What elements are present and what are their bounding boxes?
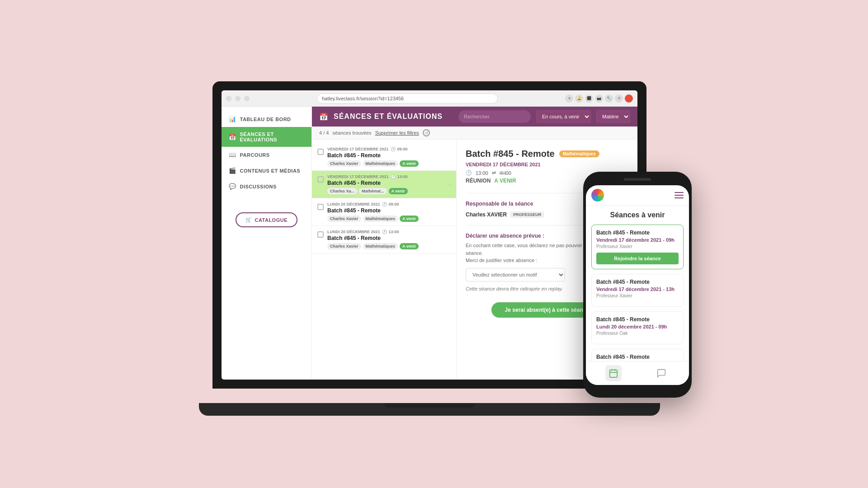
session-checkbox-3[interactable] [317, 204, 324, 210]
remove-filters-link[interactable]: Supprimer les filtres [375, 130, 419, 136]
sidebar-label-parcours: PARCOURS [240, 152, 270, 158]
status-tag-4: A venir [400, 243, 419, 249]
session-time-1: 09:00 [397, 147, 408, 151]
browser-icon-6: ⚙ [615, 94, 623, 103]
phone-nav-calendar[interactable] [605, 365, 622, 381]
media-icon: 🎬 [229, 167, 236, 174]
phone-header [586, 185, 689, 206]
session-tags-2: Charles Xa... Mathémat... A venir [327, 188, 445, 194]
phone-card-4[interactable]: Batch #845 - Remote Lundi 20 décembre 20… [591, 349, 684, 361]
session-date-4: LUNDI 20 DÉCEMBRE 2021 🕐 13:00 [327, 230, 451, 234]
search-input[interactable] [458, 110, 531, 123]
app-header: 📅 SÉANCES ET ÉVALUATIONS En cours, à ven… [312, 107, 637, 127]
session-item-4[interactable]: LUNDI 20 DÉCEMBRE 2021 🕐 13:00 Batch #84… [312, 226, 456, 253]
teacher-name: Charles XAVIER [466, 211, 507, 218]
sidebar-item-tableau-de-bord[interactable]: 📊 TABLEAU DE BORD [222, 111, 311, 127]
session-checkbox-4[interactable] [317, 231, 324, 238]
phone-card-title-4: Batch #845 - Remote [596, 354, 679, 360]
phone: Séances à venir Batch #845 - Remote Vend… [583, 172, 692, 398]
join-session-button-1[interactable]: Rejoindre la séance [596, 253, 679, 264]
back-button[interactable] [226, 96, 231, 101]
phone-card-title-3: Batch #845 - Remote [596, 316, 679, 323]
session-content-2: VENDREDI 17 DÉCEMBRE 2021 🕐 13:00 Batch … [327, 174, 445, 194]
detail-date: VENDREDI 17 DÉCEMBRE 2021 [466, 162, 628, 167]
subject-tag-2: Mathémat... [359, 188, 387, 194]
menu-line-3 [675, 197, 684, 198]
sidebar: 📊 TABLEAU DE BORD 📅 SÉANCES ET ÉVALUATIO… [222, 107, 312, 380]
session-arrow-2: › [449, 181, 451, 188]
session-count: 4 / 4 [319, 130, 329, 136]
session-name-3: Batch #845 - Remote [327, 207, 451, 214]
session-time-2: 13:00 [397, 174, 408, 179]
teacher-tag-3: Charles Xavier [327, 216, 361, 222]
session-content-3: LUNDI 20 DÉCEMBRE 2021 🕐 09:00 Batch #84… [327, 202, 451, 222]
catalogue-label: CATALOGUE [255, 217, 288, 223]
sidebar-label-discussions: DISCUSSIONS [240, 184, 277, 189]
chat-icon: 💬 [229, 183, 236, 190]
catalogue-icon: 🛒 [245, 217, 252, 223]
forward-button[interactable] [235, 96, 241, 101]
book-icon: 📖 [229, 151, 236, 158]
subject-dropdown[interactable]: Matière [596, 110, 630, 123]
detail-title: Batch #845 - Remote [466, 149, 555, 159]
sidebar-item-contenus[interactable]: 🎬 CONTENUS ET MÉDIAS [222, 163, 311, 178]
browser-icon-4: 📷 [595, 94, 603, 103]
time-separator: ⇌ [492, 170, 496, 176]
app-layout: 📊 TABLEAU DE BORD 📅 SÉANCES ET ÉVALUATIO… [222, 107, 637, 380]
phone-notch [624, 178, 651, 181]
session-checkbox-2[interactable] [317, 176, 324, 183]
sidebar-label-tableau: TABLEAU DE BORD [240, 117, 291, 122]
detail-subject-badge: Mathématiques [559, 150, 599, 157]
browser-icon-1: ★ [565, 94, 573, 103]
phone-card-2[interactable]: Batch #845 - Remote Vendredi 17 décembre… [591, 274, 684, 307]
session-date-2: VENDREDI 17 DÉCEMBRE 2021 🕐 13:00 [327, 174, 445, 179]
status-dropdown[interactable]: En cours, à venir [536, 110, 591, 123]
session-item-1[interactable]: VENDREDI 17 DÉCEMBRE 2021 🕐 09:00 Batch … [312, 143, 456, 171]
refresh-button[interactable] [244, 96, 250, 101]
sessions-found-text: séances trouvées [332, 130, 371, 136]
reset-filters-button[interactable]: ↺ [423, 129, 430, 136]
phone-logo [591, 189, 604, 202]
session-name-1: Batch #845 - Remote [327, 152, 451, 159]
laptop-base [199, 403, 660, 416]
session-item-2[interactable]: VENDREDI 17 DÉCEMBRE 2021 🕐 13:00 Batch … [312, 171, 456, 198]
session-avenir: A VENIR [494, 178, 516, 184]
url-bar[interactable]: hatley.liveclass.fr/session?id=123456 [317, 94, 498, 103]
phone-card-prof-3: Professeur Oak [596, 331, 679, 336]
absence-label-text: Déclarer une absence prévue : [466, 233, 544, 239]
browser-profile[interactable] [625, 94, 633, 103]
session-content-1: VENDREDI 17 DÉCEMBRE 2021 🕐 09:00 Batch … [327, 147, 451, 167]
absence-motif-select[interactable]: Veuillez sélectionner un motif [466, 268, 565, 282]
menu-line-2 [675, 195, 684, 196]
sidebar-item-seances[interactable]: 📅 SÉANCES ET ÉVALUATIONS [222, 127, 311, 147]
phone-card-prof-2: Professeur Xavier [596, 293, 679, 298]
session-date-3: LUNDI 20 DÉCEMBRE 2021 🕐 09:00 [327, 202, 451, 206]
teacher-tag-1: Charles Xavier [327, 160, 361, 167]
session-checkbox-1[interactable] [317, 149, 324, 155]
teacher-tag-4: Charles Xavier [327, 243, 361, 249]
sidebar-item-discussions[interactable]: 💬 DISCUSSIONS [222, 178, 311, 194]
session-item-3[interactable]: LUNDI 20 DÉCEMBRE 2021 🕐 09:00 Batch #84… [312, 198, 456, 226]
clock-icon-4: 🕐 [382, 230, 387, 234]
subject-tag-1: Mathématiques [363, 160, 398, 167]
sidebar-item-parcours[interactable]: 📖 PARCOURS [222, 147, 311, 163]
session-tags-1: Charles Xavier Mathématiques A venir [327, 160, 451, 167]
phone-content: Séances à venir Batch #845 - Remote Vend… [586, 206, 689, 361]
clock-icon-1: 🕐 [391, 147, 396, 151]
phone-card-title-2: Batch #845 - Remote [596, 279, 679, 285]
hamburger-menu-icon[interactable] [675, 192, 684, 198]
time-start: 13:00 [476, 170, 488, 176]
session-date-text-4: LUNDI 20 DÉCEMBRE 2021 [327, 230, 380, 234]
phone-nav-chat[interactable] [653, 365, 670, 381]
chart-icon: 📊 [229, 116, 236, 122]
browser-chrome: hatley.liveclass.fr/session?id=123456 ★ … [222, 90, 637, 107]
session-tags-4: Charles Xavier Mathématiques A venir [327, 243, 451, 249]
status-tag-2: A venir [389, 188, 408, 194]
phone-card-date-3: Lundi 20 décembre 2021 - 09h [596, 324, 679, 329]
catalogue-button[interactable]: 🛒 CATALOGUE [236, 212, 297, 227]
phone-card-3[interactable]: Batch #845 - Remote Lundi 20 décembre 20… [591, 311, 684, 344]
calendar-icon: 📅 [229, 134, 236, 141]
svg-rect-0 [610, 370, 618, 378]
time-end: 4H00 [500, 170, 511, 176]
phone-card-1[interactable]: Batch #845 - Remote Vendredi 17 décembre… [591, 225, 684, 269]
